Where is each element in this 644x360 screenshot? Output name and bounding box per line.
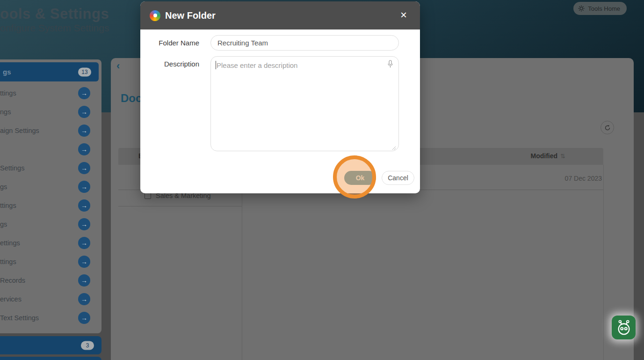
page-subtitle: onfigure System Settings [0, 22, 109, 34]
sidebar-item-label: ervices [0, 295, 22, 303]
robot-icon [616, 320, 632, 336]
arrow-right-icon[interactable]: → [78, 143, 90, 155]
resize-handle[interactable] [391, 146, 396, 150]
sidebar-item-label: ttings [0, 202, 16, 209]
sort-icon[interactable]: ⇅ [560, 153, 565, 160]
sidebar-items: ttings→ngs→aign Settings→→Settings→gs→tt… [0, 84, 101, 327]
sidebar-item-label: ngs [0, 108, 11, 116]
refresh-button[interactable] [601, 121, 614, 134]
arrow-right-icon[interactable]: → [78, 293, 90, 305]
documents-title: Doc [121, 92, 142, 105]
sidebar-item[interactable]: ngs→ [0, 103, 101, 121]
modified-label: Modified [531, 152, 558, 160]
sidebar-item[interactable]: ervices→ [0, 290, 101, 309]
gear-icon [578, 5, 585, 12]
arrow-right-icon[interactable]: → [78, 125, 90, 137]
close-icon[interactable]: × [397, 8, 411, 22]
sidebar-item[interactable]: Settings→ [0, 159, 101, 177]
sidebar-item-label: aign Settings [0, 127, 39, 134]
arrow-right-icon[interactable]: → [78, 106, 90, 118]
sidebar-section-3[interactable] [0, 357, 101, 360]
tools-home-label: Tools Home [588, 5, 620, 12]
microphone-icon[interactable] [387, 60, 393, 68]
tools-home-button[interactable]: Tools Home [573, 2, 627, 15]
new-folder-modal: New Folder × Folder Name Description [140, 1, 420, 193]
sidebar-item-label: Text Settings [0, 314, 39, 322]
sidebar-item-label: ettings [0, 239, 20, 247]
sidebar-section-2[interactable]: 3 [0, 336, 101, 354]
sidebar-item-label: ttings [0, 89, 16, 97]
sidebar-item-label: gs [0, 220, 7, 228]
table-header-modified[interactable]: Modified⇅ [531, 152, 565, 160]
sidebar-section-header[interactable]: gs 13 [0, 62, 99, 81]
arrow-right-icon[interactable]: → [78, 312, 90, 324]
sidebar-item[interactable]: ettings→ [0, 234, 101, 252]
arrow-right-icon[interactable]: → [78, 256, 90, 268]
sidebar-item[interactable]: ttings→ [0, 252, 101, 271]
folder-name-input[interactable] [210, 35, 399, 51]
sidebar-item-label: gs [0, 183, 7, 191]
row-checkbox[interactable] [145, 192, 151, 199]
page-title: ools & Settings [0, 6, 109, 22]
sidebar-item[interactable]: Records→ [0, 271, 101, 290]
arrow-right-icon[interactable]: → [78, 181, 90, 193]
sidebar-section-badge: 13 [78, 67, 91, 76]
arrow-right-icon[interactable]: → [78, 218, 90, 230]
modal-header: New Folder × [140, 1, 420, 29]
description-textarea[interactable] [210, 56, 399, 151]
sidebar-section-label: gs [0, 68, 11, 76]
assistant-launcher-button[interactable] [612, 316, 636, 339]
text-caret [216, 61, 216, 69]
sidebar-item[interactable]: ttings→ [0, 84, 101, 103]
arrow-right-icon[interactable]: → [78, 199, 90, 212]
sidebar-item[interactable]: → [0, 140, 101, 159]
settings-sidebar: gs 13 ttings→ngs→aign Settings→→Settings… [0, 59, 101, 333]
cancel-button[interactable]: Cancel [382, 171, 414, 185]
folder-name-field-label: Folder Name [140, 35, 210, 51]
arrow-right-icon[interactable]: → [78, 274, 90, 287]
sidebar-item[interactable]: Text Settings→ [0, 309, 101, 327]
click-highlight [333, 155, 376, 198]
sidebar-item[interactable]: ttings→ [0, 196, 101, 215]
panel-divider [242, 165, 242, 360]
arrow-right-icon[interactable]: → [78, 162, 90, 174]
new-folder-form: Folder Name Description [140, 35, 420, 159]
modal-title: New Folder [165, 10, 216, 21]
arrow-right-icon[interactable]: → [78, 87, 90, 99]
row-divider [118, 206, 242, 206]
sidebar-item-label: Records [0, 277, 25, 284]
sidebar-item[interactable]: aign Settings→ [0, 121, 101, 140]
table-right-edge [603, 165, 604, 360]
sidebar-item[interactable]: gs→ [0, 177, 101, 196]
sidebar-item-label: Settings [0, 164, 24, 172]
app-logo-icon [150, 10, 160, 21]
sidebar-item-label: ttings [0, 258, 16, 265]
sidebar-item[interactable]: gs→ [0, 215, 101, 234]
arrow-right-icon[interactable]: → [78, 237, 90, 249]
refresh-icon [604, 125, 611, 131]
description-field-label: Description [140, 56, 210, 153]
sidebar-section-2-badge: 3 [81, 341, 94, 350]
modified-date-cell: 07 Dec 2023 [565, 175, 602, 182]
screen: ools & Settings onfigure System Settings… [0, 0, 644, 360]
back-chevron-icon[interactable]: ‹ [116, 60, 120, 72]
